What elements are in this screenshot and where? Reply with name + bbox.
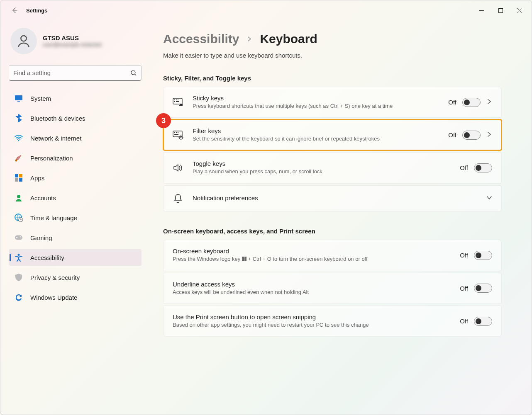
sidebar-item-accessibility[interactable]: Accessibility [9, 249, 142, 266]
sidebar-item-label: Accounts [30, 194, 56, 201]
chevron-right-icon [246, 34, 252, 44]
sidebar-item-system[interactable]: System [9, 90, 142, 107]
svg-point-32 [181, 137, 182, 138]
setting-body: Underline access keysAccess keys will be… [173, 281, 451, 296]
close-button[interactable] [510, 3, 529, 17]
setting-desc: Access keys will be underlined even when… [173, 289, 451, 296]
sidebar-item-label: Personalization [30, 155, 73, 162]
setting-row-notif[interactable]: Notification preferences [163, 185, 502, 212]
sidebar-item-label: Gaming [30, 234, 52, 241]
keyboard-pointer-icon [173, 97, 183, 108]
sidebar-item-privacy-security[interactable]: Privacy & security [9, 269, 142, 286]
setting-row-sticky[interactable]: Sticky keysPress keyboard shortcuts that… [163, 87, 502, 118]
toggle-state-label: Off [448, 131, 456, 138]
setting-controls [486, 195, 492, 202]
toggle-switch[interactable] [474, 251, 492, 260]
svg-rect-24 [180, 104, 183, 106]
toggle-switch[interactable] [462, 98, 481, 107]
nav-list: SystemBluetooth & devicesNetwork & inter… [9, 90, 142, 309]
sidebar-item-windows-update[interactable]: Windows Update [9, 289, 142, 306]
wifi-icon [15, 134, 23, 142]
setting-desc: Set the sensitivity of the keyboard so i… [193, 135, 439, 143]
setting-controls: Off [448, 98, 492, 107]
avatar [10, 28, 37, 54]
toggle-switch[interactable] [474, 317, 492, 326]
breadcrumb-parent[interactable]: Accessibility [163, 32, 239, 46]
sidebar-item-label: Accessibility [30, 254, 64, 261]
profile-block[interactable]: GTSD ASUS user@example.redacted [9, 28, 142, 54]
sidebar-item-label: Apps [30, 175, 44, 182]
brush-icon [15, 154, 23, 162]
sidebar-item-label: System [30, 95, 51, 102]
setting-desc: Press keyboard shortcuts that use multip… [193, 102, 439, 110]
toggle-state-label: Off [460, 164, 468, 171]
setting-controls: Off [460, 251, 492, 260]
sidebar-item-label: Bluetooth & devices [30, 115, 85, 122]
svg-rect-8 [19, 174, 22, 177]
chevron-right-icon [486, 131, 492, 139]
svg-rect-20 [176, 100, 177, 100]
keyboard-gear-icon [173, 130, 183, 141]
main-content: Accessibility Keyboard Make it easier to… [146, 20, 532, 415]
toggle-state-label: Off [460, 285, 468, 292]
setting-body: Filter keysSet the sensitivity of the ke… [193, 127, 439, 143]
setting-row-osk[interactable]: On-screen keyboardPress the Windows logo… [163, 240, 502, 271]
svg-point-11 [17, 195, 20, 198]
setting-title: Notification preferences [193, 194, 477, 201]
setting-title: Toggle keys [193, 160, 451, 167]
sidebar-item-bluetooth-devices[interactable]: Bluetooth & devices [9, 110, 142, 126]
sidebar-item-label: Windows Update [30, 294, 77, 301]
maximize-button[interactable] [491, 3, 510, 17]
globe-clock-icon [15, 214, 23, 222]
setting-desc: Press the Windows logo key + Ctrl + O to… [173, 255, 451, 263]
setting-row-toggle[interactable]: Toggle keysPlay a sound when you press c… [163, 152, 502, 183]
sidebar-item-time-language[interactable]: Time & language [9, 209, 142, 226]
sidebar-item-apps[interactable]: Apps [9, 170, 142, 186]
setting-desc: Play a sound when you press caps, num, o… [193, 168, 451, 175]
setting-controls: Off [460, 317, 492, 326]
update-icon [15, 293, 23, 301]
back-button[interactable] [8, 4, 21, 17]
setting-row-underline[interactable]: Underline access keysAccess keys will be… [163, 273, 502, 304]
search-input[interactable] [13, 69, 130, 76]
page-subtitle: Make it easier to type and use keyboard … [163, 52, 502, 59]
chevron-down-icon [486, 195, 492, 202]
svg-rect-9 [15, 178, 18, 182]
section-title: Sticky, Filter, and Toggle keys [163, 75, 502, 82]
search-box[interactable] [9, 65, 142, 81]
sidebar-item-personalization[interactable]: Personalization [9, 150, 142, 166]
minimize-button[interactable] [472, 3, 491, 17]
bell-icon [173, 193, 183, 204]
setting-row-filter[interactable]: 3 Filter keysSet the sensitivity of the … [163, 119, 502, 150]
toggle-switch[interactable] [474, 163, 492, 172]
sidebar-item-label: Privacy & security [30, 274, 80, 281]
setting-title: Underline access keys [173, 281, 451, 288]
app-title: Settings [26, 7, 47, 14]
close-icon [517, 8, 522, 13]
windows-logo-icon [242, 256, 246, 263]
svg-rect-3 [15, 95, 22, 100]
svg-rect-28 [176, 132, 177, 133]
setting-row-printscreen[interactable]: Use the Print screen button to open scre… [163, 306, 502, 337]
arrow-left-icon [11, 7, 18, 14]
setting-title: Sticky keys [193, 95, 439, 102]
maximize-icon [498, 8, 503, 13]
sidebar-item-label: Time & language [30, 214, 77, 221]
svg-rect-0 [498, 8, 503, 12]
sidebar-item-accounts[interactable]: Accounts [9, 189, 142, 206]
accessibility-icon [15, 253, 23, 262]
svg-rect-4 [17, 101, 20, 102]
sidebar-item-network-internet[interactable]: Network & internet [9, 130, 142, 146]
svg-rect-19 [174, 100, 175, 100]
chevron-right-icon [486, 99, 492, 106]
sidebar-item-gaming[interactable]: Gaming [9, 229, 142, 246]
toggle-switch[interactable] [462, 131, 481, 140]
toggle-switch[interactable] [474, 284, 492, 293]
breadcrumb-current: Keyboard [260, 32, 317, 46]
svg-point-5 [18, 140, 20, 141]
setting-controls: Off [448, 131, 492, 140]
section-title: On-screen keyboard, access keys, and Pri… [163, 228, 502, 235]
svg-rect-30 [174, 134, 178, 135]
svg-rect-29 [178, 132, 178, 133]
svg-point-6 [15, 160, 17, 162]
